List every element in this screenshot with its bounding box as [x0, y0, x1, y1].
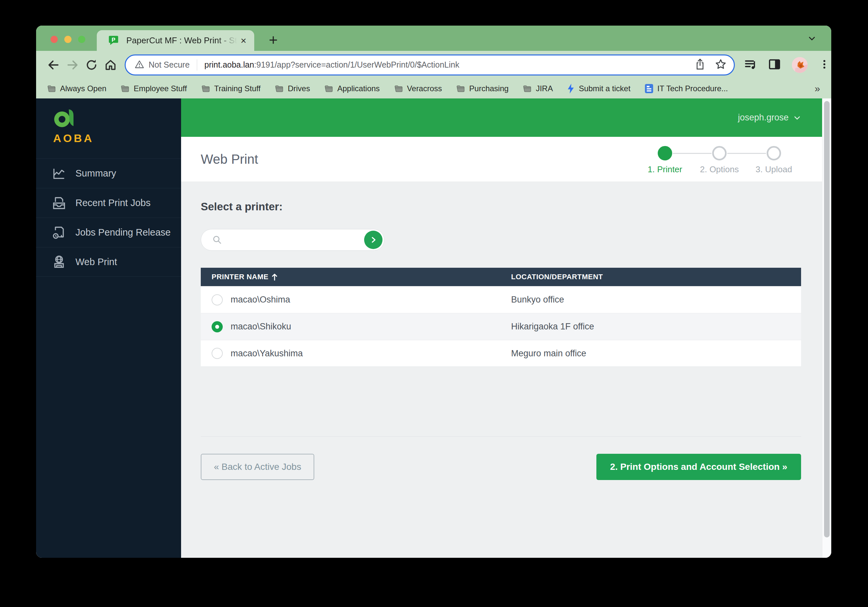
bookmark-drives[interactable]: Drives: [275, 84, 310, 93]
sidebar-item-label: Summary: [76, 168, 116, 179]
step-label: 3. Upload: [755, 165, 792, 175]
printer-search: [201, 229, 384, 251]
urlbar-actions: [695, 58, 727, 71]
url-bar[interactable]: Not Secure print.aoba.lan:9191/app?servi…: [125, 54, 735, 76]
user-menu[interactable]: joseph.grose: [738, 98, 801, 137]
folder-icon: [121, 85, 129, 93]
printer-row-oshima[interactable]: macao\Oshima Bunkyo office: [201, 286, 801, 313]
folder-icon: [456, 85, 465, 93]
main-panel: joseph.grose Web Print 1. Printer 2. Opt…: [181, 98, 822, 558]
bookmark-label: Always Open: [60, 84, 106, 93]
print-options-button[interactable]: 2. Print Options and Account Selection »: [597, 454, 801, 480]
bookmark-label: Submit a ticket: [579, 84, 630, 93]
folder-icon: [523, 85, 532, 93]
papercut-favicon: P: [108, 34, 119, 47]
printer-table: PRINTER NAME LOCATION/DEPARTMENT macao\O…: [201, 268, 801, 367]
bookmark-label: Drives: [288, 84, 310, 93]
top-green-bar: joseph.grose: [181, 98, 822, 137]
zoom-window-button[interactable]: [78, 36, 85, 43]
bookmark-purchasing[interactable]: Purchasing: [456, 84, 508, 93]
step-dot: [767, 146, 781, 160]
sidebar-item-jobs-pending-release[interactable]: Jobs Pending Release: [36, 217, 181, 247]
radio-unselected[interactable]: [212, 294, 223, 306]
forward-button[interactable]: [63, 56, 82, 75]
aoba-logo: AOBA: [36, 98, 181, 145]
column-location[interactable]: LOCATION/DEPARTMENT: [511, 273, 801, 281]
share-icon[interactable]: [695, 58, 705, 71]
reload-button[interactable]: [82, 56, 101, 75]
side-panel-icon[interactable]: [768, 58, 781, 72]
tab-close-icon[interactable]: ×: [240, 36, 246, 46]
blue-document-icon: [645, 84, 653, 93]
tab-search-chevron-icon[interactable]: [808, 34, 816, 44]
back-to-active-jobs-button[interactable]: « Back to Active Jobs: [201, 454, 314, 480]
step-upload[interactable]: 3. Upload: [747, 146, 801, 175]
username: joseph.grose: [738, 113, 789, 123]
folder-icon: [275, 85, 284, 93]
browser-window: P PaperCut MF : Web Print - Step ×: [36, 26, 831, 558]
bookmark-applications[interactable]: Applications: [324, 84, 380, 93]
warning-icon: [135, 60, 144, 70]
printer-row-yakushima[interactable]: macao\Yakushima Meguro main office: [201, 340, 801, 367]
step-dot: [712, 146, 727, 160]
media-controls-icon[interactable]: [744, 58, 757, 72]
step-label: 1. Printer: [648, 165, 682, 175]
sidebar-item-label: Recent Print Jobs: [76, 197, 150, 208]
folder-icon: [202, 85, 210, 93]
search-submit-button[interactable]: [364, 231, 383, 249]
bookmark-employee-stuff[interactable]: Employee Stuff: [121, 84, 187, 93]
bookmark-label: Applications: [337, 84, 380, 93]
column-printer-name[interactable]: PRINTER NAME: [201, 273, 511, 281]
security-label[interactable]: Not Secure: [149, 60, 190, 70]
search-input[interactable]: [228, 234, 364, 245]
folder-icon: [324, 85, 333, 93]
menu-dots-icon[interactable]: [819, 59, 830, 71]
step-printer[interactable]: 1. Printer: [638, 146, 692, 175]
home-button[interactable]: [101, 56, 120, 75]
bookmark-it-tech-procedure[interactable]: IT Tech Procedure...: [645, 84, 728, 93]
aoba-logo-text: AOBA: [53, 132, 181, 145]
radio-unselected[interactable]: [212, 348, 223, 359]
step-options[interactable]: 2. Options: [692, 146, 747, 175]
urlbar-divider: [197, 59, 197, 71]
back-button[interactable]: [44, 56, 63, 75]
new-tab-button[interactable]: [267, 34, 279, 46]
lightning-icon: [567, 84, 574, 93]
bookmark-star-icon[interactable]: [715, 58, 727, 71]
sidebar-item-recent-print-jobs[interactable]: Recent Print Jobs: [36, 188, 181, 217]
bookmark-submit-a-ticket[interactable]: Submit a ticket: [567, 84, 630, 93]
submit-arrow-icon: [369, 236, 377, 244]
bookmarks-overflow-chevron[interactable]: »: [815, 83, 820, 94]
bookmark-label: Purchasing: [469, 84, 508, 93]
sidebar-item-web-print[interactable]: Web Print: [36, 247, 181, 276]
sidebar: AOBA Summary Recent Print Jobs Jobs Pend…: [36, 98, 181, 558]
aoba-logo-mark: [53, 108, 76, 129]
close-window-button[interactable]: [51, 36, 58, 43]
scrollbar-thumb[interactable]: [824, 101, 829, 537]
sort-asc-icon: [271, 273, 277, 281]
content-area: Select a printer: PRINTER NAME: [181, 182, 822, 558]
active-tab[interactable]: P PaperCut MF : Web Print - Step ×: [97, 30, 254, 51]
toolbar-right: [744, 57, 830, 73]
bookmark-always-open[interactable]: Always Open: [47, 84, 106, 93]
sidebar-item-summary[interactable]: Summary: [36, 158, 181, 188]
sidebar-nav: Summary Recent Print Jobs Jobs Pending R…: [36, 158, 181, 276]
bookmark-jira[interactable]: JIRA: [523, 84, 553, 93]
url-text: print.aoba.lan:9191/app?service=action/1…: [205, 60, 689, 70]
column-label: PRINTER NAME: [212, 273, 268, 281]
bookmark-label: IT Tech Procedure...: [657, 84, 728, 93]
page-title: Web Print: [201, 152, 638, 167]
bookmark-training-stuff[interactable]: Training Stuff: [202, 84, 260, 93]
bookmark-label: Employee Stuff: [133, 84, 187, 93]
wizard-steps: 1. Printer 2. Options 3. Upload: [638, 144, 801, 175]
bookmark-label: Veracross: [407, 84, 442, 93]
bookmarks-bar: Always Open Employee Stuff Training Stuf…: [36, 79, 831, 98]
page-scrollbar[interactable]: [822, 98, 831, 558]
minimize-window-button[interactable]: [64, 36, 71, 43]
printer-row-shikoku[interactable]: macao\Shikoku Hikarigaoka 1F office: [201, 313, 801, 340]
profile-avatar[interactable]: [792, 57, 808, 73]
radio-selected[interactable]: [212, 321, 223, 332]
search-icon: [212, 235, 222, 245]
printer-name: macao\Yakushima: [231, 348, 303, 359]
bookmark-veracross[interactable]: Veracross: [394, 84, 442, 93]
